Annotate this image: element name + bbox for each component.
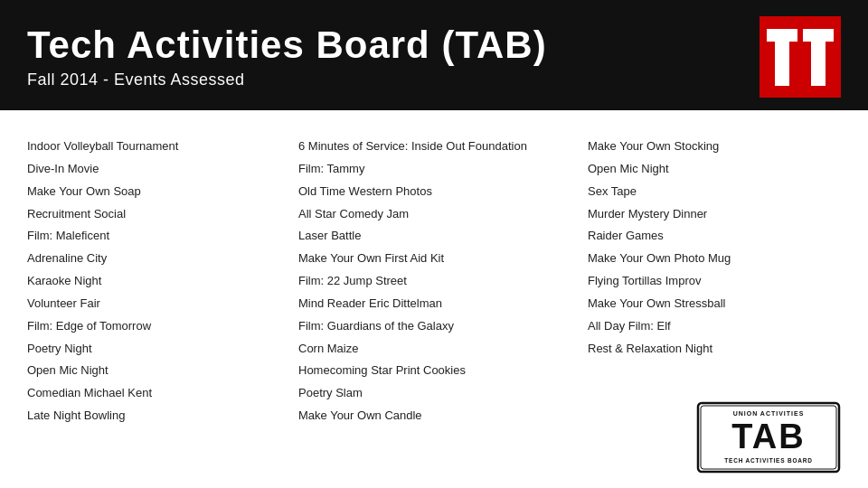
list-item: Mind Reader Eric Dittelman xyxy=(298,293,552,315)
svg-text:UNION ACTIVITIES: UNION ACTIVITIES xyxy=(733,410,805,417)
list-item: Film: Guardians of the Galaxy xyxy=(298,315,552,338)
list-item: Poetry Slam xyxy=(298,382,552,405)
list-item: Flying Tortillas Improv xyxy=(588,270,841,293)
list-item: Film: 22 Jump Street xyxy=(298,270,552,293)
list-item: Laser Battle xyxy=(298,225,552,248)
ttu-logo-svg xyxy=(760,16,841,98)
list-item: Make Your Own Soap xyxy=(27,181,280,203)
list-item: Dive-In Movie xyxy=(27,158,280,181)
list-item: Adrenaline City xyxy=(27,248,280,270)
page-header: Tech Activities Board (TAB) Fall 2014 - … xyxy=(0,0,868,110)
list-item: Make Your Own Stressball xyxy=(588,293,841,315)
list-item: Film: Tammy xyxy=(298,158,552,181)
svg-rect-11 xyxy=(775,41,789,86)
list-item: 6 Minutes of Service: Inside Out Foundat… xyxy=(298,136,552,158)
page-subtitle: Fall 2014 - Events Assessed xyxy=(27,70,547,89)
content-area: Indoor Volleyball TournamentDive-In Movi… xyxy=(0,110,868,488)
list-item: Volunteer Fair xyxy=(27,293,280,315)
list-item: Sex Tape xyxy=(588,181,841,203)
column-1: Indoor Volleyball TournamentDive-In Movi… xyxy=(27,136,280,474)
header-text-block: Tech Activities Board (TAB) Fall 2014 - … xyxy=(27,24,547,89)
list-item: Indoor Volleyball Tournament xyxy=(27,136,280,158)
list-item: Make Your Own Candle xyxy=(298,405,552,427)
column-2: 6 Minutes of Service: Inside Out Foundat… xyxy=(280,136,570,474)
svg-rect-13 xyxy=(811,41,826,86)
list-item: Rest & Relaxation Night xyxy=(588,338,841,361)
list-item: Film: Edge of Tomorrow xyxy=(27,315,280,338)
list-item: All Day Film: Elf xyxy=(588,315,841,338)
svg-text:TECH ACTIVITIES BOARD: TECH ACTIVITIES BOARD xyxy=(724,457,812,464)
list-item: Open Mic Night xyxy=(588,158,841,181)
column-3: Make Your Own StockingOpen Mic NightSex … xyxy=(570,136,841,474)
list-item: Open Mic Night xyxy=(27,360,280,382)
list-item: All Star Comedy Jam xyxy=(298,203,552,226)
tab-logo-container: UNION ACTIVITIES TAB TECH ACTIVITIES BOA… xyxy=(588,392,841,474)
page-title: Tech Activities Board (TAB) xyxy=(27,24,547,66)
list-item: Karaoke Night xyxy=(27,270,280,293)
svg-rect-12 xyxy=(803,29,834,41)
list-item: Raider Games xyxy=(588,225,841,248)
list-item: Corn Maize xyxy=(298,338,552,361)
list-item: Poetry Night xyxy=(27,338,280,361)
list-item: Film: Maleficent xyxy=(27,225,280,248)
list-item: Comedian Michael Kent xyxy=(27,382,280,405)
svg-rect-10 xyxy=(767,29,797,41)
svg-text:TAB: TAB xyxy=(731,418,805,455)
tab-logo-svg: UNION ACTIVITIES TAB TECH ACTIVITIES BOA… xyxy=(696,401,841,474)
list-item: Recruitment Social xyxy=(27,203,280,226)
list-item: Old Time Western Photos xyxy=(298,181,552,203)
list-item: Late Night Bowling xyxy=(27,405,280,427)
ttu-logo xyxy=(760,16,841,98)
list-item: Make Your Own Photo Mug xyxy=(588,248,841,270)
list-item: Make Your Own Stocking xyxy=(588,136,841,158)
list-item: Homecoming Star Print Cookies xyxy=(298,360,552,382)
list-item: Murder Mystery Dinner xyxy=(588,203,841,226)
list-item: Make Your Own First Aid Kit xyxy=(298,248,552,270)
svg-rect-0 xyxy=(760,16,841,98)
